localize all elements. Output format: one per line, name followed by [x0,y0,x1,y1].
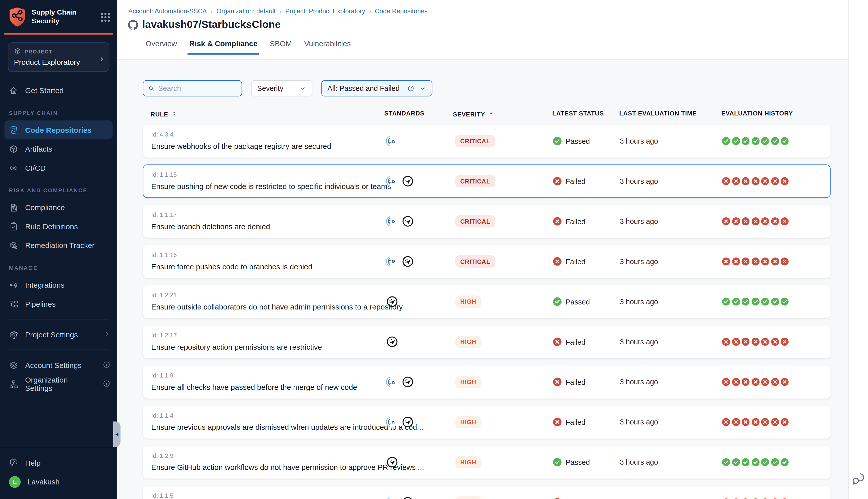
history-x-icon [742,217,750,226]
tab-risk-compliance[interactable]: Risk & Compliance [183,36,264,54]
table-row[interactable]: Id: 1.2.17Ensure repository action permi… [143,325,831,358]
tab-overview[interactable]: Overview [140,36,183,54]
integrations-icon [9,280,19,290]
status-failed: Failed [553,177,586,186]
last-evaluation-time: 3 hours ago [620,458,658,466]
help-icon [9,458,19,467]
cis-standard-icon: CIS [385,255,397,268]
project-selector[interactable]: PROJECT Product Exploratory › [8,42,109,72]
severity-badge: CRITICAL [455,135,495,147]
breadcrumb-link[interactable]: Project: Product Exploratory [285,8,365,14]
status-x-icon [553,498,562,499]
github-icon [128,19,138,30]
table-row[interactable]: Id: 4.3.4Ensure webhooks of the package … [143,124,831,158]
user-menu[interactable]: LLavakush [0,472,117,491]
sidebar-item-project-settings[interactable]: Project Settings [0,325,117,344]
sidebar-collapse-handle[interactable]: ◀ [113,422,121,447]
severity-filter[interactable]: Severity [251,80,312,96]
severity-badge: CRITICAL [455,215,495,228]
history-x-icon [742,418,750,426]
search-input[interactable] [158,84,237,93]
status-x-icon [553,337,562,346]
rule-id: Id: 1.1.16 [151,252,177,258]
history-x-icon [751,217,760,226]
sidebar-item-artifacts[interactable]: Artifacts [0,139,117,158]
sidebar-divider [8,319,109,319]
column-header-severity[interactable]: SEVERITY [453,110,495,118]
status-x-icon [553,217,562,226]
tab-bar: OverviewRisk & ComplianceSBOMVulnerabili… [117,36,868,54]
history-x-icon [722,257,730,266]
history-check-icon [771,137,779,145]
table-row[interactable]: Id: 1.1.9Ensure all checks have passed b… [143,365,831,399]
info-icon [103,361,110,370]
history-x-icon [780,257,788,266]
cis-standard-icon: CIS [385,215,397,228]
status-failed: Failed [553,418,586,427]
history-x-icon [761,338,769,346]
history-x-icon [722,498,730,499]
sidebar-item-account-settings[interactable]: Account Settings [0,356,117,375]
breadcrumb-link[interactable]: Organization: default [217,8,276,14]
accent-divider [4,33,113,35]
table-body: Id: 4.3.4Ensure webhooks of the package … [143,124,831,499]
gear-icon [9,330,19,339]
history-check-icon [771,458,779,466]
column-header-label: EVALUATION HISTORY [721,110,793,117]
history-check-icon [732,137,740,145]
breadcrumb-link[interactable]: Account: Automation-SSCA [128,8,207,14]
chevron-down-icon [299,85,306,92]
history-x-icon [761,498,769,499]
support-chat-icon[interactable] [851,472,866,486]
search-icon [148,84,155,92]
history-x-icon [732,177,740,185]
sidebar-item-label: Account Settings [25,361,82,369]
sidebar-item-label: Rule Definitions [25,222,78,230]
status-x-icon [553,257,562,266]
sidebar-item-rule-definitions[interactable]: Rule Definitions [0,217,117,236]
openssf-standard-icon [386,336,398,348]
sidebar: Supply Chain Security PROJECT Product Ex… [0,0,117,499]
status-filter[interactable]: All: Passed and Failed [321,80,433,96]
table-row[interactable]: Id: 1.2.9Ensure GitHub action workflows … [143,446,831,479]
table-row[interactable]: Id: 1.1.4Ensure previous approvals are d… [143,405,831,439]
history-x-icon [780,418,788,426]
history-x-icon [751,498,760,499]
sidebar-item-organization-settings[interactable]: Organization Settings [0,375,117,394]
last-evaluation-time: 3 hours ago [620,297,658,306]
table-row[interactable]: Id: 1.1.16Ensure force pushes code to br… [143,245,831,278]
history-check-icon [761,297,769,306]
sidebar-item-ci-cd[interactable]: CI/CD [0,158,117,178]
last-evaluation-time: 3 hours ago [620,338,658,346]
status-label: Failed [566,418,586,426]
column-header-last-evaluation-time: LAST EVALUATION TIME [619,110,697,117]
app-logo-shield-icon [8,7,27,27]
history-x-icon [761,177,769,185]
sidebar-item-help[interactable]: Help [0,453,117,472]
tab-sbom[interactable]: SBOM [264,36,298,54]
column-header-rule[interactable]: RULE [151,110,178,118]
table-row[interactable]: Id: 1.1.15Ensure pushing of new code is … [143,165,831,198]
sidebar-item-code-repositories[interactable]: Code Repositories [4,121,113,139]
rule-description: Ensure webhooks of the package registry … [151,142,331,150]
table-row[interactable]: Id: 1.2.21Ensure outside collaborators d… [143,285,831,318]
table-row[interactable]: Id: 1.1.5CISHIGHFailed3 hours ago [143,486,831,499]
history-x-icon [742,177,750,185]
table-row[interactable]: Id: 1.1.17Ensure branch deletions are de… [143,205,831,238]
right-rail [848,0,868,499]
breadcrumb-link[interactable]: Code Repositories [375,8,428,14]
sidebar-item-compliance[interactable]: Compliance [0,198,117,217]
sidebar-item-integrations[interactable]: Integrations [0,275,117,294]
app-title: Supply Chain Security [32,8,98,26]
history-check-icon [771,297,779,306]
clear-filter-icon[interactable] [407,85,415,92]
app-switcher-icon[interactable] [100,12,110,22]
sort-desc-icon[interactable] [487,110,495,118]
sort-icon[interactable] [170,110,178,118]
sidebar-item-pipelines[interactable]: Pipelines [0,294,117,314]
sidebar-item-remediation-tracker[interactable]: Remediation Tracker [0,236,117,255]
sidebar-item-get-started[interactable]: Get Started [0,81,117,100]
project-name: Product Exploratory [14,58,103,66]
status-label: Failed [566,257,586,266]
tab-vulnerabilities[interactable]: Vulnerabilities [298,36,357,54]
